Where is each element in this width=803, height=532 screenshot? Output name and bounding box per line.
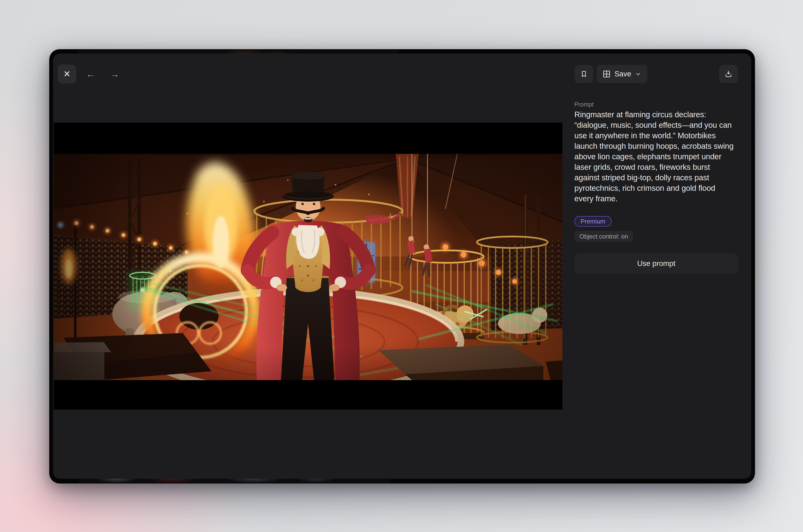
prompt-line: every frame. <box>574 193 742 204</box>
adjacent-media-top-sliver <box>79 49 398 54</box>
prompt-line: against striped big-top, dolly races pas… <box>574 172 742 183</box>
premium-badge: Premium <box>574 216 612 227</box>
media-artwork <box>54 123 562 410</box>
prompt-line: “dialogue, music, sound effects—and you … <box>574 120 742 130</box>
prompt-text: Ringmaster at flaming circus declares: “… <box>574 109 742 204</box>
prompt-line: laser grids, crowd roars, fireworks burs… <box>574 162 742 172</box>
arrow-left-icon: ← <box>86 69 95 79</box>
object-control-badge: Object control: on <box>574 231 633 242</box>
previous-button[interactable]: ← <box>81 65 100 83</box>
chevron-down-icon <box>635 71 641 77</box>
prompt-line: Ringmaster at flaming circus declares: <box>574 109 742 120</box>
close-button[interactable]: ✕ <box>58 65 76 83</box>
download-icon <box>724 70 732 78</box>
download-button[interactable] <box>719 65 738 83</box>
prompt-line: use it anywhere in the world.” Motorbike… <box>574 130 742 141</box>
bookmark-icon <box>580 70 588 78</box>
adjacent-media-bottom-sliver <box>79 479 391 483</box>
bookmark-button[interactable] <box>575 65 593 83</box>
media-image <box>54 123 562 410</box>
prompt-label: Prompt <box>574 101 594 108</box>
arrow-right-icon: → <box>110 69 119 79</box>
prompt-line: pyrotechnics, rich crimson and gold floo… <box>574 183 742 193</box>
grid-icon <box>602 70 611 78</box>
close-icon: ✕ <box>63 69 71 79</box>
prompt-line: above lion cages, elephants trumpet unde… <box>574 151 742 162</box>
viewer-panel: ✕ ← → Save <box>53 54 751 479</box>
save-button[interactable]: Save <box>597 65 647 83</box>
media-viewer-modal: ✕ ← → Save <box>49 49 755 483</box>
save-button-label: Save <box>615 70 632 78</box>
use-prompt-button[interactable]: Use prompt <box>574 254 738 273</box>
prompt-line: launch through burning hoops, acrobats s… <box>574 141 742 151</box>
next-button[interactable]: → <box>105 65 124 83</box>
